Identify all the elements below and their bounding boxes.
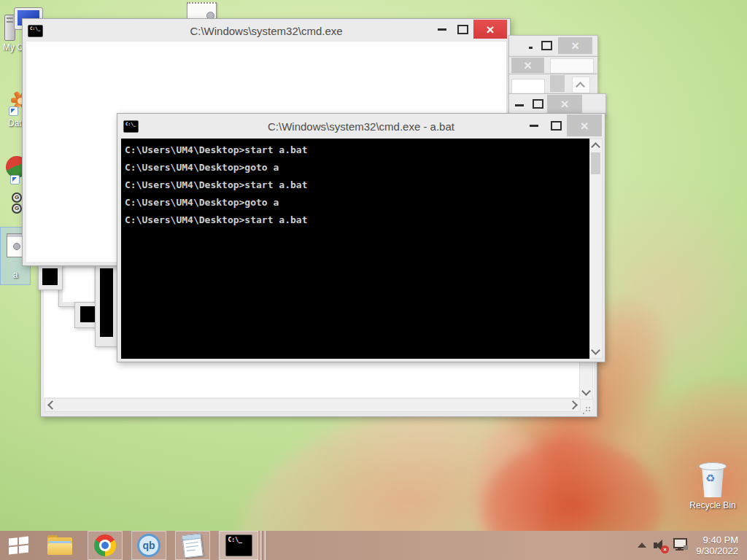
vertical-scrollbar[interactable] (589, 139, 603, 359)
shortcut-arrow-icon (9, 106, 18, 116)
scroll-up-icon[interactable] (591, 142, 600, 152)
spawned-cmd-fragment[interactable]: × (508, 56, 598, 75)
window-titlebar[interactable]: C:\_ C:\Windows\system32\cmd.exe × (23, 19, 510, 41)
window-cmd-front[interactable]: C:\_ C:\Windows\system32\cmd.exe - a.bat… (117, 113, 605, 362)
maximize-button[interactable] (541, 41, 552, 50)
chrome-icon (94, 534, 116, 556)
windows-logo-icon (9, 537, 28, 555)
g-circle-icon: G (12, 203, 22, 214)
shortcut-arrow-icon (10, 175, 20, 184)
tray-show-hidden-icons[interactable] (636, 540, 648, 551)
taskbar-file-explorer-button[interactable] (42, 531, 77, 560)
console-line: C:\Users\UM4\Desktop>goto a (125, 163, 589, 180)
notepad-icon (182, 533, 204, 558)
scrollbar-thumb[interactable] (591, 152, 600, 174)
desktop-icon-g-small-2[interactable]: G (12, 203, 22, 214)
taskbar-notepad-button[interactable] (175, 531, 210, 560)
close-button[interactable]: × (511, 58, 544, 73)
desktop-icon-recycle-bin[interactable]: ♻ Recycle Bin (684, 458, 741, 515)
maximize-button[interactable] (545, 114, 567, 136)
qbittorrent-icon: qb (137, 534, 160, 557)
horizontal-scrollbar[interactable] (44, 398, 581, 412)
scroll-down-icon[interactable] (591, 346, 600, 355)
chevron-up-icon (638, 542, 646, 548)
spawned-cmd-fragment[interactable] (58, 264, 99, 307)
taskbar-cmd-button[interactable]: C:\_ (219, 531, 258, 560)
maximize-button[interactable] (452, 20, 473, 39)
close-button[interactable]: × (567, 114, 602, 136)
file-explorer-icon (47, 535, 72, 556)
desktop-icon-g-small-1[interactable]: G (12, 192, 22, 203)
close-button[interactable]: × (473, 20, 507, 39)
scroll-down-icon[interactable] (581, 386, 591, 396)
tray-network-icon[interactable] (673, 537, 689, 554)
window-titlebar[interactable]: C:\_ C:\Windows\system32\cmd.exe - a.bat… (117, 114, 605, 138)
clock-time: 9:40 PM (690, 534, 738, 545)
minimize-button[interactable] (431, 20, 452, 39)
clock-date: 9/30/2022 (690, 545, 738, 556)
scroll-left-icon[interactable] (47, 400, 57, 410)
console-line: C:\Users\UM4\Desktop>start a.bat (125, 180, 589, 198)
console-output: C:\Users\UM4\Desktop>start a.bat C:\User… (121, 139, 589, 359)
minimize-button[interactable] (523, 114, 545, 136)
console-line: C:\Users\UM4\Desktop>goto a (125, 198, 589, 215)
spawned-cmd-fragment[interactable] (38, 264, 63, 290)
taskbar-qbittorrent-button[interactable]: qb (131, 531, 166, 560)
scroll-right-icon[interactable] (568, 400, 578, 410)
taskbar-cmd-group-edge[interactable] (260, 531, 263, 560)
taskbar-cmd-group-edge[interactable] (264, 531, 267, 560)
spawned-cmd-fragment[interactable]: × (508, 35, 598, 58)
taskbar-chrome-button[interactable] (88, 531, 123, 560)
minimize-button[interactable] (515, 104, 524, 106)
scroll-up-icon[interactable] (576, 82, 585, 91)
g-circle-icon: G (12, 192, 22, 203)
console-line: C:\Users\UM4\Desktop>start a.bat (125, 215, 589, 233)
taskbar: qb C:\_ × (0, 531, 747, 560)
recycle-bin-icon: ♻ (699, 462, 727, 499)
minimize-button[interactable] (529, 47, 533, 49)
recycle-symbol-icon: ♻ (705, 472, 715, 485)
resize-grip[interactable] (581, 400, 592, 411)
tray-volume-muted-icon[interactable]: × (654, 537, 670, 554)
desktop-icon-label: Recycle Bin (684, 500, 741, 510)
spawned-cmd-fragment[interactable] (508, 74, 598, 96)
tray-clock[interactable]: 9:40 PM 9/30/2022 (690, 534, 738, 558)
desktop-icon-label: My C (3, 42, 23, 52)
desktop: My C Data G G a (0, 0, 747, 560)
close-button[interactable]: × (547, 95, 582, 113)
maximize-button[interactable] (533, 99, 543, 109)
start-button[interactable] (0, 531, 36, 560)
spawned-cmd-fragment[interactable] (95, 264, 117, 347)
close-button[interactable]: × (558, 37, 592, 54)
cmd-icon: C:\_ (225, 534, 252, 556)
desktop-icon-label: a (1, 270, 30, 280)
console-line: C:\Users\UM4\Desktop>start a.bat (125, 145, 589, 163)
